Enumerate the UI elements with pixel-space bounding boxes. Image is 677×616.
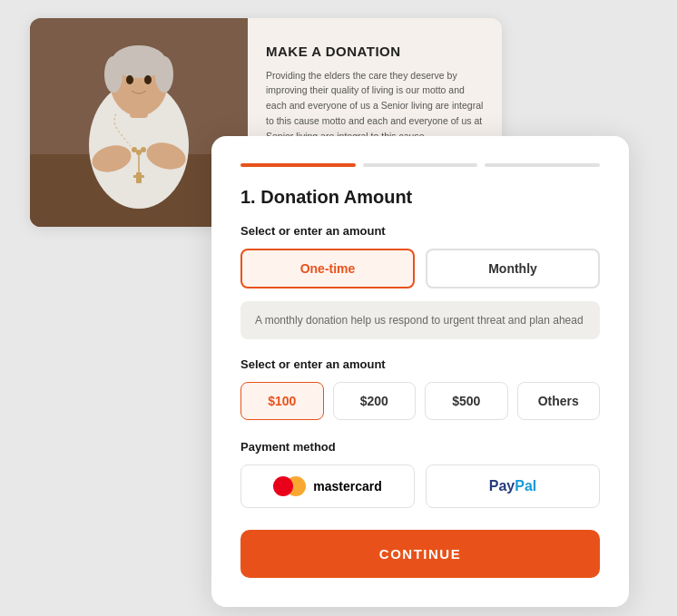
mastercard-label: mastercard — [313, 479, 382, 494]
svg-rect-17 — [133, 175, 144, 178]
svg-point-8 — [126, 75, 133, 84]
amount-500-button[interactable]: $500 — [425, 382, 508, 420]
donation-form-card: 1. Donation Amount Select or enter an am… — [211, 136, 629, 607]
progress-step-3 — [485, 163, 600, 167]
bg-card-description: Providing the elders the care they deser… — [266, 68, 484, 144]
amount-label: Select or enter an amount — [240, 224, 600, 238]
info-box: A monthly donation help us respond to ur… — [240, 301, 600, 339]
amount-others-button[interactable]: Others — [517, 382, 601, 420]
section-title-text: Donation Amount — [260, 187, 412, 207]
amount-button-group: $100 $200 $500 Others — [240, 382, 600, 420]
mc-circle-red — [273, 476, 293, 496]
svg-point-14 — [141, 147, 146, 152]
svg-point-9 — [144, 75, 152, 84]
amount-200-button[interactable]: $200 — [333, 382, 417, 420]
mastercard-icon — [273, 476, 306, 496]
amount-label-2: Select or enter an amount — [240, 357, 600, 371]
progress-bar — [240, 163, 600, 167]
page-container: MAKE A DONATION Providing the elders the… — [30, 18, 647, 599]
payment-method-label: Payment method — [240, 440, 600, 454]
one-time-button[interactable]: One-time — [240, 249, 415, 288]
monthly-button[interactable]: Monthly — [426, 249, 600, 288]
continue-button[interactable]: CONTINUE — [240, 530, 600, 578]
paypal-label: PayPal — [489, 478, 536, 494]
svg-point-6 — [104, 56, 123, 93]
section-number: 1. — [240, 187, 256, 207]
amount-100-button[interactable]: $100 — [240, 382, 324, 420]
svg-point-7 — [155, 56, 173, 93]
section-title: 1. Donation Amount — [240, 187, 600, 208]
mastercard-button[interactable]: mastercard — [240, 464, 415, 508]
paypal-button[interactable]: PayPal — [426, 464, 600, 508]
payment-method-group: mastercard PayPal — [240, 464, 600, 508]
bg-card-title: MAKE A DONATION — [266, 44, 484, 59]
progress-step-1 — [240, 163, 356, 167]
frequency-toggle-group: One-time Monthly — [240, 249, 600, 288]
progress-step-2 — [363, 163, 478, 167]
